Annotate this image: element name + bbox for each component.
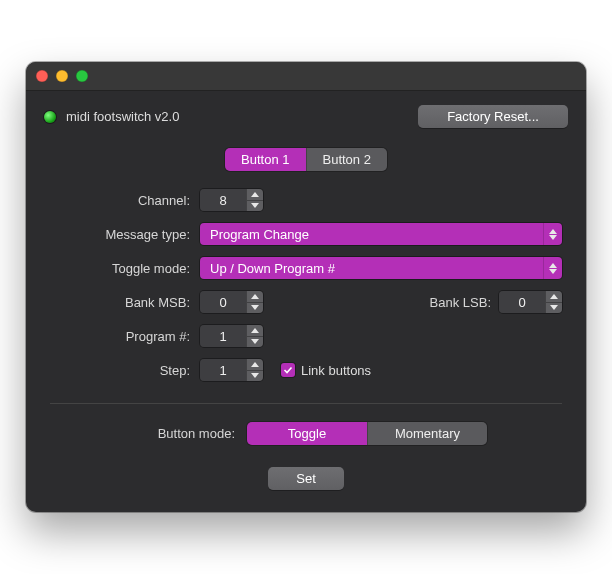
header: midi footswitch v2.0 Factory Reset... [26,91,586,136]
channel-stepper[interactable] [200,189,263,211]
bank-lsb-label: Bank LSB: [430,295,491,310]
channel-step-down[interactable] [247,200,263,212]
program-step-down[interactable] [247,336,263,348]
link-buttons-label: Link buttons [301,363,371,378]
bank-lsb-step-down[interactable] [546,302,562,314]
bank-msb-step-up[interactable] [247,291,263,302]
svg-marker-7 [251,305,259,310]
channel-input[interactable] [200,189,246,211]
step-step-down[interactable] [247,370,263,382]
message-type-value: Program Change [200,223,543,245]
bank-lsb-input[interactable] [499,291,545,313]
divider [50,403,562,404]
toggle-mode-select[interactable]: Up / Down Program # [200,257,562,279]
svg-marker-3 [549,235,557,240]
button-mode-segmented: Toggle Momentary [247,422,487,445]
program-stepper[interactable] [200,325,263,347]
svg-marker-10 [251,328,259,333]
window-zoom-button[interactable] [76,70,88,82]
bank-msb-step-down[interactable] [247,302,263,314]
window-minimize-button[interactable] [56,70,68,82]
channel-step-up[interactable] [247,189,263,200]
bank-msb-label: Bank MSB: [50,295,190,310]
program-step-up[interactable] [247,325,263,336]
factory-reset-button[interactable]: Factory Reset... [418,105,568,128]
updown-icon [543,257,562,279]
toggle-mode-label: Toggle mode: [50,261,190,276]
updown-icon [543,223,562,245]
bank-msb-stepper[interactable] [200,291,263,313]
bank-lsb-step-up[interactable] [546,291,562,302]
checkmark-icon [281,363,295,377]
link-buttons-checkbox[interactable]: Link buttons [281,363,371,378]
channel-label: Channel: [50,193,190,208]
button-mode-momentary[interactable]: Momentary [367,422,487,445]
button-mode-toggle[interactable]: Toggle [247,422,367,445]
bank-lsb-stepper[interactable] [499,291,562,313]
svg-marker-8 [550,294,558,299]
svg-marker-5 [549,269,557,274]
svg-marker-13 [251,373,259,378]
message-type-label: Message type: [50,227,190,242]
svg-marker-1 [251,203,259,208]
tab-button-2[interactable]: Button 2 [306,148,387,171]
toggle-mode-value: Up / Down Program # [200,257,543,279]
button-tabs: Button 1 Button 2 [50,148,562,171]
window-close-button[interactable] [36,70,48,82]
set-button[interactable]: Set [268,467,344,490]
svg-marker-4 [549,263,557,268]
titlebar [26,62,586,91]
program-input[interactable] [200,325,246,347]
tab-button-1[interactable]: Button 1 [225,148,305,171]
step-input[interactable] [200,359,246,381]
svg-marker-11 [251,339,259,344]
bank-msb-input[interactable] [200,291,246,313]
svg-marker-2 [549,229,557,234]
step-label: Step: [50,363,190,378]
app-title: midi footswitch v2.0 [66,109,179,124]
svg-marker-0 [251,192,259,197]
svg-marker-12 [251,362,259,367]
program-label: Program #: [50,329,190,344]
message-type-select[interactable]: Program Change [200,223,562,245]
svg-marker-9 [550,305,558,310]
svg-marker-6 [251,294,259,299]
app-window: midi footswitch v2.0 Factory Reset... Bu… [26,62,586,512]
step-step-up[interactable] [247,359,263,370]
connection-status-icon [44,111,56,123]
button-mode-label: Button mode: [125,426,235,441]
step-stepper[interactable] [200,359,263,381]
